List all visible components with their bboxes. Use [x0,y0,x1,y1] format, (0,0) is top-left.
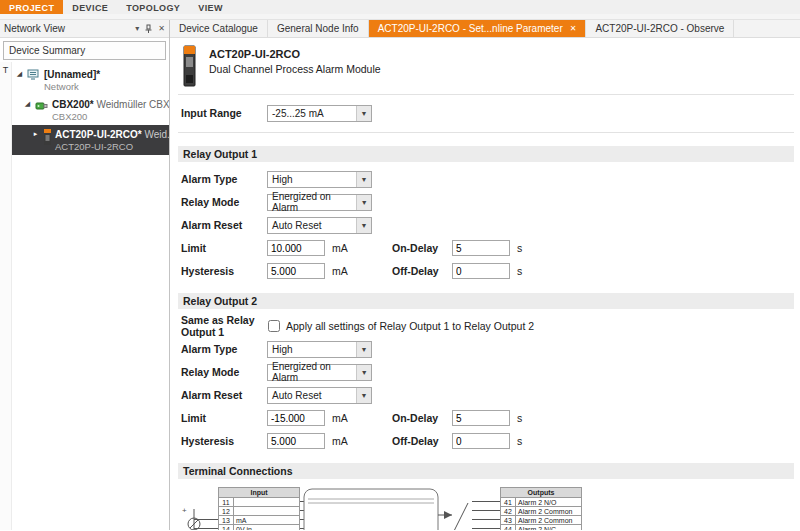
tree-item-subtitle: ACT20P-UI-2RCO [55,141,169,152]
dropdown-arrow-icon: ▼ [356,388,371,403]
tree-item-title: CBX200* [52,99,94,110]
expander-icon[interactable]: ▸ [31,130,40,138]
panel-menu-icon[interactable]: ▾ [135,24,139,33]
tree-item-act20p[interactable]: ▸ ACT20P-UI-2RCO* Weid... ACT20P-UI-2RCO [12,125,169,155]
relay1-off-delay-input[interactable] [452,263,510,279]
tree-item-network[interactable]: ◢ [Unnamed]* Network [12,65,169,95]
device-summary-box[interactable]: Device Summary [3,41,166,60]
relay1-alarm-reset-label: Alarm Reset [181,219,267,231]
same-settings-checkbox[interactable] [268,320,280,332]
side-tab-strip[interactable]: T [0,62,12,530]
terminal-number: 41 [501,498,516,507]
network-icon [27,69,41,82]
tab-strip: Device Catalogue General Node Info ACT20… [170,20,800,38]
relay1-limit-input[interactable] [267,240,325,256]
relay1-limit-label: Limit [181,242,267,254]
relay2-hysteresis-label: Hysteresis [181,435,267,447]
dropdown-arrow-icon: ▼ [356,106,371,121]
relay2-alarm-type-select[interactable]: High▼ [267,341,372,358]
relay1-on-delay-input[interactable] [452,240,510,256]
pin-icon[interactable] [144,24,153,34]
same-settings-text: Apply all settings of Relay Output 1 to … [286,320,534,332]
device-description: Dual Channel Process Alarm Module [209,63,381,75]
usb-gateway-icon [35,99,49,112]
device-image [181,45,198,87]
menu-project[interactable]: PROJECT [0,0,63,14]
expander-icon[interactable]: ◢ [15,70,24,78]
panel-close-icon[interactable]: ✕ [158,24,165,33]
relay2-hysteresis-input[interactable] [267,433,325,449]
relay2-hysteresis-unit: mA [332,435,354,447]
svg-text:+: + [182,506,187,515]
module-icon [43,129,52,145]
relay1-hysteresis-label: Hysteresis [181,265,267,277]
tab-general-node-info[interactable]: General Node Info [268,20,369,37]
relay2-on-delay-unit: s [517,412,539,424]
relay1-alarm-type-select[interactable]: High▼ [267,171,372,188]
relay1-limit-unit: mA [332,242,354,254]
outputs2-table: Outputs 41Alarm 2 N/O 42Alarm 2 Common 4… [500,487,582,530]
relay1-relay-mode-select[interactable]: Energized on Alarm▼ [267,194,372,211]
relay1-hysteresis-input[interactable] [267,263,325,279]
relay2-alarm-type-label: Alarm Type [181,343,267,355]
terminal-number: 44 [501,525,516,531]
menu-topology[interactable]: TOPOLOGY [117,0,189,14]
device-header: ACT20P-UI-2RCO Dual Channel Process Alar… [178,42,794,95]
network-view-panel: Network View ▾ ✕ Device Summary T ◢ [0,20,170,530]
tab-device-catalogue[interactable]: Device Catalogue [170,20,268,37]
expander-icon[interactable]: ◢ [23,100,32,108]
relay2-alarm-reset-select[interactable]: Auto Reset▼ [267,387,372,404]
dropdown-arrow-icon: ▼ [356,172,371,187]
terminal-number: 12 [219,507,234,516]
relay2-limit-label: Limit [181,412,267,424]
tab-online-parameter[interactable]: ACT20P-UI-2RCO - Set...nline Parameter ✕ [369,20,587,37]
terminal-number: 13 [219,516,234,525]
relay2-on-delay-input[interactable] [452,410,510,426]
tree-item-subtitle: Network [44,81,100,92]
input-range-select[interactable]: -25...25 mA ▼ [267,105,372,122]
relay2-off-delay-label: Off-Delay [392,435,452,447]
relay2-off-delay-unit: s [517,435,539,447]
relay1-off-delay-unit: s [517,265,539,277]
menubar: PROJECT DEVICE TOPOLOGY VIEW [0,0,800,14]
tab-observe[interactable]: ACT20P-UI-2RCO - Observe [586,20,734,37]
dropdown-arrow-icon: ▼ [356,342,371,357]
tree-item-subtitle: CBX200 [52,111,169,122]
network-view-title: Network View [4,23,65,34]
close-tab-icon[interactable]: ✕ [570,24,577,33]
network-view-header: Network View ▾ ✕ [0,20,169,38]
relay1-section-title: Relay Output 1 [178,146,794,162]
dropdown-arrow-icon: ▼ [356,365,371,380]
relay1-hysteresis-unit: mA [332,265,354,277]
tree-item-cbx200[interactable]: ◢ CBX200* Weidmüller CBX... CBX200 [12,95,169,125]
parameter-page: ACT20P-UI-2RCO Dual Channel Process Alar… [170,38,800,530]
network-tree: ◢ [Unnamed]* Network ◢ [12,62,169,530]
input-range-label: Input Range [181,107,267,119]
terminal-section-title: Terminal Connections [178,463,794,479]
relay2-on-delay-label: On-Delay [392,412,452,424]
terminal-number: 11 [219,498,234,507]
relay2-section-title: Relay Output 2 [178,293,794,309]
menu-view[interactable]: VIEW [189,0,232,14]
menu-device[interactable]: DEVICE [63,0,117,14]
relay1-alarm-reset-select[interactable]: Auto Reset▼ [267,217,372,234]
relay1-relay-mode-label: Relay Mode [181,196,267,208]
relay2-relay-mode-label: Relay Mode [181,366,267,378]
relay1-on-delay-label: On-Delay [392,242,452,254]
relay2-limit-input[interactable] [267,410,325,426]
relay1-off-delay-label: Off-Delay [392,265,452,277]
relay1-on-delay-unit: s [517,242,539,254]
tree-item-title: [Unnamed]* [44,69,100,80]
relay2-same-label: Same as Relay Output 1 [181,314,267,338]
relay1-alarm-type-label: Alarm Type [181,173,267,185]
input1-table: Input 11 12 13mA 140V in [218,487,300,530]
terminal-number: 42 [501,507,516,516]
tree-item-title-suffix: Weid... [142,129,169,140]
relay2-relay-mode-select[interactable]: Energized on Alarm▼ [267,364,372,381]
relay2-off-delay-input[interactable] [452,433,510,449]
dropdown-arrow-icon: ▼ [356,218,371,233]
device-name: ACT20P-UI-2RCO [209,48,381,60]
terminal-number: 43 [501,516,516,525]
dropdown-arrow-icon: ▼ [356,195,371,210]
terminal-diagram: + Input 11 12 13mA 140V in Input 21 22 2… [182,487,794,530]
